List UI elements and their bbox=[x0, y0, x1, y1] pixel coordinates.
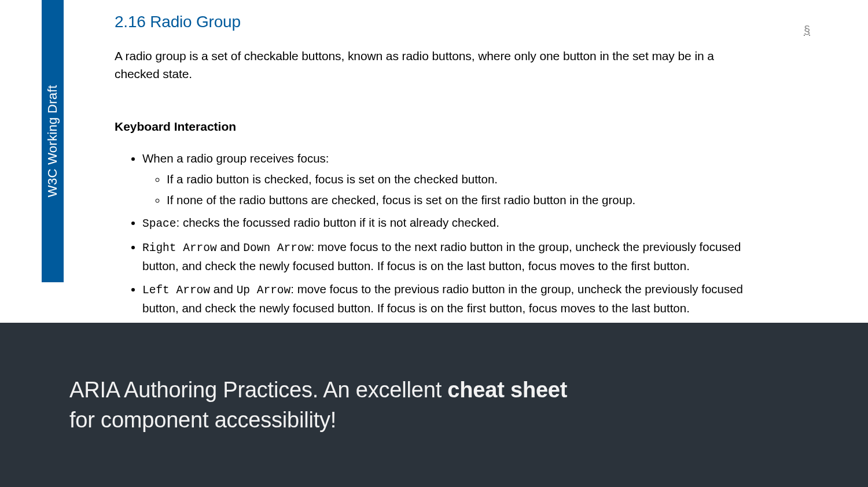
nested-list: If a radio button is checked, focus is s… bbox=[142, 170, 756, 209]
caption-part2: for component accessibility! bbox=[69, 408, 336, 432]
keycap-space: Space bbox=[142, 217, 176, 230]
list-item: If a radio button is checked, focus is s… bbox=[167, 170, 756, 189]
slide-caption: ARIA Authoring Practices. An excellent c… bbox=[69, 375, 590, 436]
conjunction: and bbox=[217, 240, 244, 253]
slide-caption-panel: ARIA Authoring Practices. An excellent c… bbox=[0, 323, 868, 487]
w3c-draft-label: W3C Working Draft bbox=[43, 85, 62, 197]
keyboard-interaction-list: When a radio group receives focus: If a … bbox=[115, 149, 756, 317]
keyboard-interaction-heading: Keyboard Interaction bbox=[115, 118, 756, 135]
keycap-left-arrow: Left Arrow bbox=[142, 284, 210, 297]
keycap-down-arrow: Down Arrow bbox=[243, 242, 311, 254]
caption-part1: ARIA Authoring Practices. An excellent bbox=[69, 378, 447, 402]
section-intro-paragraph: A radio group is a set of checkable butt… bbox=[115, 47, 756, 83]
section-heading: 2.16 Radio Group bbox=[115, 10, 756, 34]
list-item-text: When a radio group receives focus: bbox=[142, 152, 329, 165]
list-item: Left Arrow and Up Arrow: move focus to t… bbox=[142, 280, 756, 318]
document-top-panel: W3C Working Draft § 2.16 Radio Group A r… bbox=[0, 0, 868, 323]
keycap-up-arrow: Up Arrow bbox=[237, 284, 291, 297]
list-item: Space: checks the focussed radio button … bbox=[142, 213, 756, 233]
section-permalink-icon[interactable]: § bbox=[804, 22, 810, 39]
caption-bold: cheat sheet bbox=[447, 378, 567, 402]
w3c-draft-tab: W3C Working Draft bbox=[42, 0, 64, 282]
document-content: § 2.16 Radio Group A radio group is a se… bbox=[115, 10, 756, 322]
conjunction: and bbox=[210, 282, 237, 296]
list-item-text: : checks the focussed radio button if it… bbox=[176, 216, 499, 229]
list-item: If none of the radio buttons are checked… bbox=[167, 191, 756, 209]
list-item: Right Arrow and Down Arrow: move focus t… bbox=[142, 238, 756, 275]
list-item: When a radio group receives focus: If a … bbox=[142, 149, 756, 209]
keycap-right-arrow: Right Arrow bbox=[142, 242, 217, 254]
